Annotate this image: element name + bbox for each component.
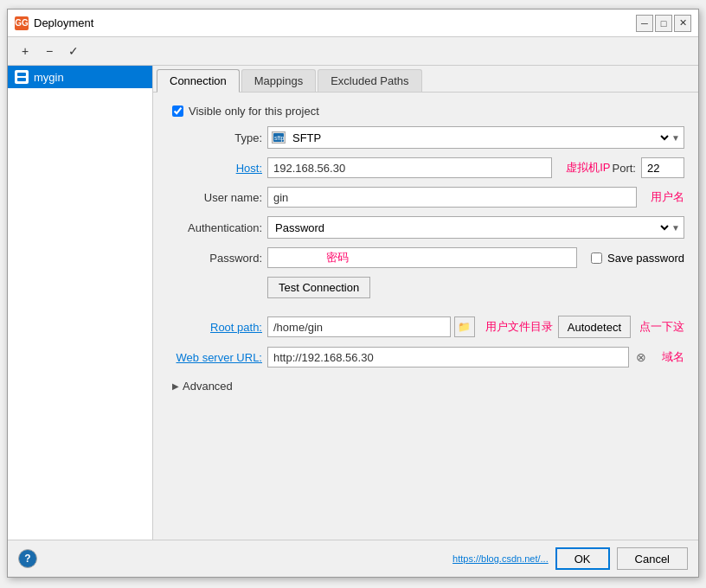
tab-bar: Connection Mappings Excluded Paths [153,66,698,93]
chevron-right-icon: ▶ [172,381,179,391]
check-button[interactable]: ✓ [63,41,84,61]
tab-mappings[interactable]: Mappings [241,69,316,92]
autodetect-button[interactable]: Autodetect [558,316,631,338]
username-row: User name: 用户名 [167,187,684,208]
help-button[interactable]: ? [18,549,37,568]
dialog-buttons: OK Cancel [555,547,688,570]
type-row: Type: sftp SFTP ▼ [167,126,684,149]
type-select[interactable]: SFTP [289,128,671,147]
close-button[interactable]: ✕ [674,15,691,32]
svg-text:sftp: sftp [274,135,284,142]
advanced-header[interactable]: ▶ Advanced [172,376,684,396]
content-area: mygin Connection Mappings Excluded Paths… [8,66,698,540]
select-dropdown-icon: ▼ [671,133,680,143]
sftp-icon: sftp [272,131,286,144]
sidebar-item-mygin[interactable]: mygin [8,66,152,88]
auth-select[interactable]: Password Key pair [272,218,671,237]
save-password-checkbox[interactable] [591,252,602,264]
host-label[interactable]: Host: [167,162,262,175]
web-url-annotation: 域名 [662,349,684,365]
visible-only-label: Visible only for this project [189,105,319,118]
url-note: https://blog.csdn.net/... [452,553,549,564]
visible-only-checkbox[interactable] [172,105,183,117]
tab-connection[interactable]: Connection [157,69,240,93]
tab-excluded-paths[interactable]: Excluded Paths [318,69,421,92]
root-path-input[interactable] [267,316,451,337]
test-connection-row: Test Connection [267,277,684,307]
sidebar-item-label: mygin [34,71,64,84]
server-icon [15,70,29,84]
advanced-section: ▶ Advanced [172,376,684,396]
app-icon: GG [15,16,29,30]
auth-row: Authentication: Password Key pair ▼ [167,216,684,239]
username-input[interactable] [267,187,637,208]
root-path-row: Root path: 📁 用户文件目录 Autodetect 点一下这 [167,316,684,338]
host-input[interactable] [267,157,552,178]
auth-label: Authentication: [167,221,262,234]
host-annotation: 虚拟机IP [566,160,610,176]
deployment-dialog: GG Deployment ─ □ ✕ + − ✓ [7,9,699,578]
host-row: Host: 虚拟机IP Port: [167,157,684,178]
add-button[interactable]: + [15,41,35,61]
main-toolbar: + − ✓ [8,37,698,66]
folder-icon: 📁 [458,321,471,333]
sidebar: mygin [8,66,153,540]
web-url-label[interactable]: Web server URL: [167,351,262,364]
cancel-button[interactable]: Cancel [617,547,688,570]
password-row: Password: 密码 Save password [167,247,684,268]
test-connection-button[interactable]: Test Connection [267,277,370,298]
port-input[interactable] [641,157,684,178]
window-controls: ─ □ ✕ [636,15,691,32]
port-label: Port: [613,162,636,175]
ok-button[interactable]: OK [555,547,610,570]
svg-rect-0 [17,73,26,76]
clear-icon: ⊗ [636,350,646,364]
title-bar: GG Deployment ─ □ ✕ [8,10,698,37]
maximize-button[interactable]: □ [655,15,672,32]
username-annotation: 用户名 [651,189,684,205]
visible-only-row: Visible only for this project [167,105,684,118]
auth-select-wrapper: Password Key pair ▼ [267,216,684,239]
svg-rect-1 [17,78,26,81]
minimize-button[interactable]: ─ [636,15,653,32]
main-panel: Connection Mappings Excluded Paths Visib… [153,66,698,540]
web-url-container: ⊗ [267,347,650,368]
root-path-label[interactable]: Root path: [167,321,262,334]
clear-url-button[interactable]: ⊗ [632,348,650,366]
web-url-input[interactable] [267,347,629,368]
bottom-right: https://blog.csdn.net/... OK Cancel [444,547,688,570]
type-select-wrapper: sftp SFTP ▼ [267,126,684,149]
form-area: Visible only for this project Type: sftp [153,93,698,540]
browse-button[interactable]: 📁 [454,316,475,337]
bottom-bar: ? https://blog.csdn.net/... OK Cancel [8,540,698,577]
password-label: Password: [167,252,262,265]
root-path-container: 📁 [267,316,475,337]
root-path-annotation: 用户文件目录 [485,319,553,335]
web-url-row: Web server URL: ⊗ 域名 [167,347,684,368]
dialog-title: Deployment [34,16,636,29]
password-input[interactable] [267,247,577,268]
auth-dropdown-icon: ▼ [671,223,680,233]
username-label: User name: [167,191,262,204]
remove-button[interactable]: − [39,41,60,61]
advanced-label: Advanced [183,380,233,393]
autodetect-annotation: 点一下这 [639,319,684,335]
save-password-label: Save password [607,252,684,265]
type-label: Type: [167,131,262,144]
